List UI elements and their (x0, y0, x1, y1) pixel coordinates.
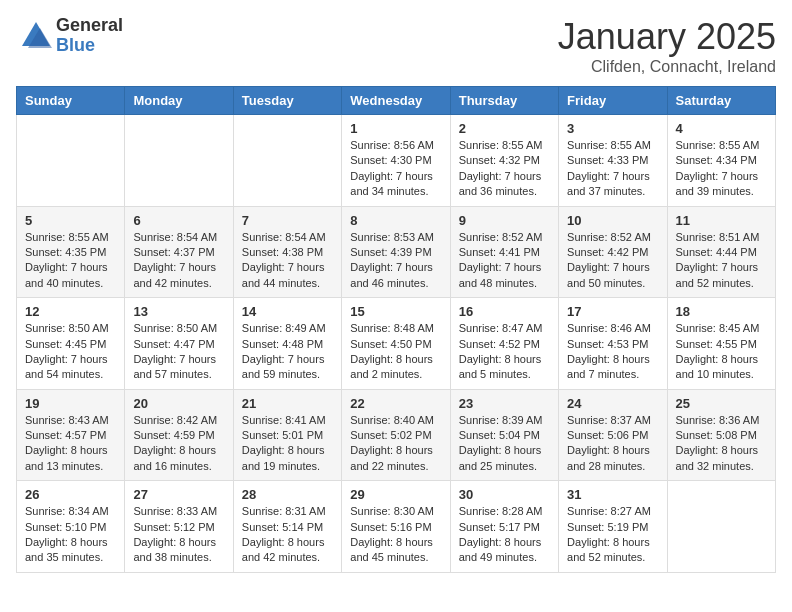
day-info: Sunrise: 8:34 AM Sunset: 5:10 PM Dayligh… (25, 504, 116, 566)
day-info: Sunrise: 8:55 AM Sunset: 4:34 PM Dayligh… (676, 138, 767, 200)
day-info: Sunrise: 8:47 AM Sunset: 4:52 PM Dayligh… (459, 321, 550, 383)
day-info: Sunrise: 8:41 AM Sunset: 5:01 PM Dayligh… (242, 413, 333, 475)
logo-text: General Blue (56, 16, 123, 56)
calendar-cell: 4Sunrise: 8:55 AM Sunset: 4:34 PM Daylig… (667, 115, 775, 207)
calendar-cell (233, 115, 341, 207)
day-number: 8 (350, 213, 441, 228)
day-number: 2 (459, 121, 550, 136)
day-number: 6 (133, 213, 224, 228)
calendar-cell: 23Sunrise: 8:39 AM Sunset: 5:04 PM Dayli… (450, 389, 558, 481)
day-number: 20 (133, 396, 224, 411)
calendar-cell: 17Sunrise: 8:46 AM Sunset: 4:53 PM Dayli… (559, 298, 667, 390)
day-number: 3 (567, 121, 658, 136)
day-number: 11 (676, 213, 767, 228)
calendar-cell: 9Sunrise: 8:52 AM Sunset: 4:41 PM Daylig… (450, 206, 558, 298)
day-info: Sunrise: 8:40 AM Sunset: 5:02 PM Dayligh… (350, 413, 441, 475)
calendar-cell: 5Sunrise: 8:55 AM Sunset: 4:35 PM Daylig… (17, 206, 125, 298)
calendar-cell (17, 115, 125, 207)
weekday-header-friday: Friday (559, 87, 667, 115)
page-header: General Blue January 2025 Clifden, Conna… (16, 16, 776, 76)
day-info: Sunrise: 8:51 AM Sunset: 4:44 PM Dayligh… (676, 230, 767, 292)
calendar-cell: 7Sunrise: 8:54 AM Sunset: 4:38 PM Daylig… (233, 206, 341, 298)
day-info: Sunrise: 8:54 AM Sunset: 4:37 PM Dayligh… (133, 230, 224, 292)
logo: General Blue (16, 16, 123, 56)
day-info: Sunrise: 8:39 AM Sunset: 5:04 PM Dayligh… (459, 413, 550, 475)
day-info: Sunrise: 8:55 AM Sunset: 4:32 PM Dayligh… (459, 138, 550, 200)
weekday-header-saturday: Saturday (667, 87, 775, 115)
day-number: 10 (567, 213, 658, 228)
month-title: January 2025 (558, 16, 776, 58)
day-number: 12 (25, 304, 116, 319)
day-number: 16 (459, 304, 550, 319)
day-number: 31 (567, 487, 658, 502)
day-info: Sunrise: 8:56 AM Sunset: 4:30 PM Dayligh… (350, 138, 441, 200)
day-number: 17 (567, 304, 658, 319)
calendar-week-5: 26Sunrise: 8:34 AM Sunset: 5:10 PM Dayli… (17, 481, 776, 573)
weekday-header-wednesday: Wednesday (342, 87, 450, 115)
calendar-cell: 16Sunrise: 8:47 AM Sunset: 4:52 PM Dayli… (450, 298, 558, 390)
day-info: Sunrise: 8:48 AM Sunset: 4:50 PM Dayligh… (350, 321, 441, 383)
weekday-header-row: SundayMondayTuesdayWednesdayThursdayFrid… (17, 87, 776, 115)
day-number: 28 (242, 487, 333, 502)
calendar-week-2: 5Sunrise: 8:55 AM Sunset: 4:35 PM Daylig… (17, 206, 776, 298)
calendar-cell: 27Sunrise: 8:33 AM Sunset: 5:12 PM Dayli… (125, 481, 233, 573)
logo-general: General (56, 16, 123, 36)
day-info: Sunrise: 8:52 AM Sunset: 4:42 PM Dayligh… (567, 230, 658, 292)
day-info: Sunrise: 8:36 AM Sunset: 5:08 PM Dayligh… (676, 413, 767, 475)
calendar-cell: 30Sunrise: 8:28 AM Sunset: 5:17 PM Dayli… (450, 481, 558, 573)
calendar-cell: 29Sunrise: 8:30 AM Sunset: 5:16 PM Dayli… (342, 481, 450, 573)
calendar-cell: 11Sunrise: 8:51 AM Sunset: 4:44 PM Dayli… (667, 206, 775, 298)
day-number: 4 (676, 121, 767, 136)
calendar-cell: 31Sunrise: 8:27 AM Sunset: 5:19 PM Dayli… (559, 481, 667, 573)
calendar-cell: 15Sunrise: 8:48 AM Sunset: 4:50 PM Dayli… (342, 298, 450, 390)
day-info: Sunrise: 8:52 AM Sunset: 4:41 PM Dayligh… (459, 230, 550, 292)
day-number: 9 (459, 213, 550, 228)
day-info: Sunrise: 8:53 AM Sunset: 4:39 PM Dayligh… (350, 230, 441, 292)
calendar-cell: 1Sunrise: 8:56 AM Sunset: 4:30 PM Daylig… (342, 115, 450, 207)
day-number: 18 (676, 304, 767, 319)
day-number: 21 (242, 396, 333, 411)
calendar-cell (125, 115, 233, 207)
day-info: Sunrise: 8:55 AM Sunset: 4:35 PM Dayligh… (25, 230, 116, 292)
calendar-week-3: 12Sunrise: 8:50 AM Sunset: 4:45 PM Dayli… (17, 298, 776, 390)
day-info: Sunrise: 8:30 AM Sunset: 5:16 PM Dayligh… (350, 504, 441, 566)
day-number: 13 (133, 304, 224, 319)
day-info: Sunrise: 8:33 AM Sunset: 5:12 PM Dayligh… (133, 504, 224, 566)
day-number: 23 (459, 396, 550, 411)
calendar-week-1: 1Sunrise: 8:56 AM Sunset: 4:30 PM Daylig… (17, 115, 776, 207)
day-info: Sunrise: 8:50 AM Sunset: 4:47 PM Dayligh… (133, 321, 224, 383)
calendar-cell: 24Sunrise: 8:37 AM Sunset: 5:06 PM Dayli… (559, 389, 667, 481)
calendar-cell: 19Sunrise: 8:43 AM Sunset: 4:57 PM Dayli… (17, 389, 125, 481)
calendar-cell: 13Sunrise: 8:50 AM Sunset: 4:47 PM Dayli… (125, 298, 233, 390)
day-number: 19 (25, 396, 116, 411)
location-subtitle: Clifden, Connacht, Ireland (558, 58, 776, 76)
calendar-cell: 18Sunrise: 8:45 AM Sunset: 4:55 PM Dayli… (667, 298, 775, 390)
calendar-cell: 28Sunrise: 8:31 AM Sunset: 5:14 PM Dayli… (233, 481, 341, 573)
calendar-cell: 8Sunrise: 8:53 AM Sunset: 4:39 PM Daylig… (342, 206, 450, 298)
calendar-cell (667, 481, 775, 573)
weekday-header-monday: Monday (125, 87, 233, 115)
logo-blue: Blue (56, 36, 123, 56)
day-number: 22 (350, 396, 441, 411)
logo-icon (16, 18, 52, 54)
day-info: Sunrise: 8:31 AM Sunset: 5:14 PM Dayligh… (242, 504, 333, 566)
calendar-cell: 2Sunrise: 8:55 AM Sunset: 4:32 PM Daylig… (450, 115, 558, 207)
day-number: 7 (242, 213, 333, 228)
calendar-cell: 10Sunrise: 8:52 AM Sunset: 4:42 PM Dayli… (559, 206, 667, 298)
calendar-cell: 6Sunrise: 8:54 AM Sunset: 4:37 PM Daylig… (125, 206, 233, 298)
day-info: Sunrise: 8:50 AM Sunset: 4:45 PM Dayligh… (25, 321, 116, 383)
day-info: Sunrise: 8:55 AM Sunset: 4:33 PM Dayligh… (567, 138, 658, 200)
calendar-cell: 21Sunrise: 8:41 AM Sunset: 5:01 PM Dayli… (233, 389, 341, 481)
weekday-header-tuesday: Tuesday (233, 87, 341, 115)
calendar-cell: 26Sunrise: 8:34 AM Sunset: 5:10 PM Dayli… (17, 481, 125, 573)
calendar-cell: 3Sunrise: 8:55 AM Sunset: 4:33 PM Daylig… (559, 115, 667, 207)
weekday-header-sunday: Sunday (17, 87, 125, 115)
day-number: 29 (350, 487, 441, 502)
day-info: Sunrise: 8:42 AM Sunset: 4:59 PM Dayligh… (133, 413, 224, 475)
day-info: Sunrise: 8:45 AM Sunset: 4:55 PM Dayligh… (676, 321, 767, 383)
day-info: Sunrise: 8:28 AM Sunset: 5:17 PM Dayligh… (459, 504, 550, 566)
day-number: 15 (350, 304, 441, 319)
weekday-header-thursday: Thursday (450, 87, 558, 115)
day-info: Sunrise: 8:49 AM Sunset: 4:48 PM Dayligh… (242, 321, 333, 383)
day-info: Sunrise: 8:37 AM Sunset: 5:06 PM Dayligh… (567, 413, 658, 475)
